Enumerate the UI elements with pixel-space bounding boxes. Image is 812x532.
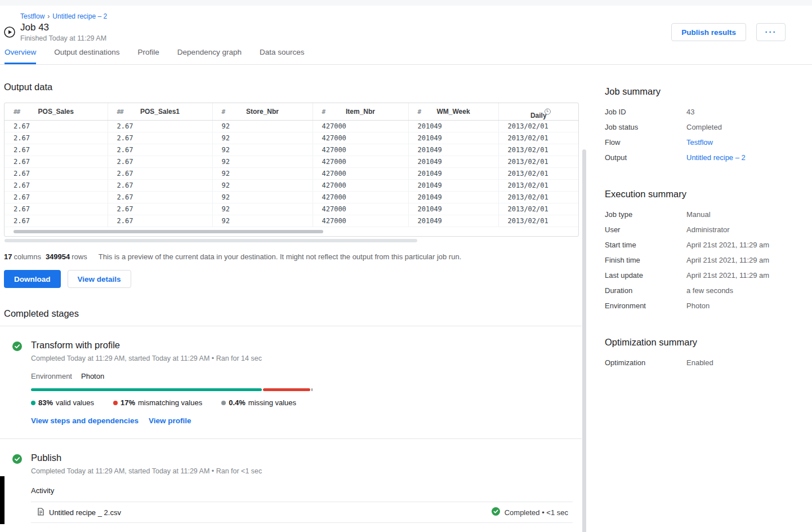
tab-profile[interactable]: Profile: [138, 48, 159, 64]
info-value-link[interactable]: Testflow: [686, 138, 713, 147]
table-cell: 2.67: [5, 215, 108, 227]
integer-type-icon: #: [418, 108, 421, 116]
info-row-user: UserAdministrator: [605, 222, 802, 237]
table-cell: 201049: [408, 144, 498, 156]
header-actions: Publish results ···: [671, 23, 786, 41]
info-row-optimization: OptimizationEnabled: [605, 355, 802, 370]
column-header-wm-week[interactable]: #WM_Week: [408, 103, 498, 121]
column-header-pos-sales[interactable]: ##POS_Sales: [5, 103, 108, 121]
legend-valid-label: valid values: [56, 398, 94, 407]
tab-overview[interactable]: Overview: [5, 48, 36, 64]
table-row: 2.672.67924270002010492013/02/01: [5, 180, 578, 192]
data-quality-bar: [31, 388, 313, 391]
datetime-type-icon: [545, 109, 551, 115]
mismatch-dot-icon: [113, 401, 118, 405]
column-header-store-nbr[interactable]: #Store_Nbr: [212, 103, 313, 121]
table-horizontal-scrollbar[interactable]: [5, 228, 578, 235]
info-label: Job ID: [605, 108, 686, 116]
stage-links: View steps and dependencies View profile: [31, 416, 582, 425]
more-actions-button[interactable]: ···: [756, 23, 786, 41]
sidebar-section-execution-summary: Execution summaryJob typeManualUserAdmin…: [605, 189, 802, 313]
legend-valid: 83% valid values: [31, 398, 94, 407]
table-cell: 2.67: [108, 156, 212, 168]
info-row-environment: EnvironmentPhoton: [605, 298, 802, 313]
activity-box: Untitled recipe _ 2.csv Completed • <1 s…: [31, 502, 573, 523]
table-cell: 427000: [313, 156, 408, 168]
legend-missing-pct: 0.4%: [229, 398, 246, 407]
table-cell: 201049: [408, 203, 498, 215]
table-cell: 2013/02/01: [498, 156, 578, 168]
info-value: April 21st 2021, 11:29 am: [686, 241, 769, 249]
tab-data-sources[interactable]: Data sources: [260, 48, 305, 64]
column-header-item-nbr[interactable]: #Item_Nbr: [313, 103, 408, 121]
info-row-duration: Durationa few seconds: [605, 283, 802, 298]
breadcrumb-flow-link[interactable]: Testflow: [20, 12, 44, 20]
output-table-body: 2.672.67924270002010492013/02/012.672.67…: [5, 121, 578, 227]
breadcrumb-separator: ›: [47, 12, 50, 20]
column-name: Store_Nbr: [213, 108, 312, 116]
job-run-icon: [3, 26, 16, 38]
info-row-start-time: Start timeApril 21st 2021, 11:29 am: [605, 237, 802, 252]
table-cell: 92: [212, 180, 313, 192]
top-strip: [0, 0, 812, 6]
quality-legend: 83% valid values 17% mismatching values …: [31, 398, 582, 407]
table-cell: 2013/02/01: [498, 192, 578, 203]
table-cell: 92: [212, 215, 313, 227]
table-cell: 2.67: [5, 156, 108, 168]
decimal-type-icon: ##: [14, 108, 20, 116]
tab-output-destinations[interactable]: Output destinations: [54, 48, 119, 64]
legend-missing-label: missing values: [248, 398, 296, 407]
table-cell: 427000: [313, 121, 408, 132]
output-data-heading: Output data: [4, 82, 582, 92]
column-name: WM_Week: [409, 108, 498, 116]
activity-row[interactable]: Untitled recipe _ 2.csv Completed • <1 s…: [31, 502, 573, 523]
table-cell: 427000: [313, 215, 408, 227]
info-label: Duration: [605, 286, 686, 295]
table-cell: 2013/02/01: [498, 168, 578, 180]
pane-horizontal-scrollbar[interactable]: [5, 239, 417, 242]
publish-results-button[interactable]: Publish results: [671, 23, 746, 41]
column-name: Item_Nbr: [314, 108, 408, 116]
tab-dependency-graph[interactable]: Dependency graph: [177, 48, 242, 64]
info-row-job-id: Job ID43: [605, 104, 802, 119]
column-header-daily[interactable]: Daily: [498, 103, 578, 121]
view-profile-link[interactable]: View profile: [149, 416, 191, 425]
table-cell: 2.67: [5, 203, 108, 215]
info-label: Job type: [605, 210, 686, 219]
table-cell: 427000: [313, 144, 408, 156]
view-steps-and-dependencies-link[interactable]: View steps and dependencies: [31, 416, 139, 425]
info-value: Manual: [686, 210, 711, 219]
environment-row: Environment Photon: [31, 372, 582, 380]
table-row: 2.672.67924270002010492013/02/01: [5, 203, 578, 215]
column-name: POS_Sales1: [109, 108, 212, 116]
legend-valid-pct: 83%: [38, 398, 53, 407]
download-button[interactable]: Download: [4, 270, 61, 288]
activity-status: Completed • <1 sec: [492, 507, 568, 517]
table-cell: 92: [212, 168, 313, 180]
table-row: 2.672.67924270002010492013/02/01: [5, 121, 578, 132]
table-cell: 2013/02/01: [498, 144, 578, 156]
main-vertical-scrollbar[interactable]: [582, 149, 586, 532]
table-cell: 2.67: [108, 132, 212, 144]
quality-bar-mismatching: [263, 388, 310, 391]
table-cell: 2013/02/01: [498, 132, 578, 144]
table-cell: 427000: [313, 192, 408, 203]
decimal-type-icon: ##: [117, 108, 123, 116]
column-header-pos-sales1[interactable]: ##POS_Sales1: [108, 103, 212, 121]
table-cell: 2.67: [5, 168, 108, 180]
preview-note: This is a preview of the current data in…: [99, 252, 462, 261]
job-sidebar: Job summaryJob ID43Job statusCompletedFl…: [605, 65, 802, 370]
info-label: Start time: [605, 241, 686, 249]
table-cell: 201049: [408, 192, 498, 203]
info-value: April 21st 2021, 11:29 am: [686, 256, 769, 264]
table-cell: 427000: [313, 203, 408, 215]
quality-bar-missing: [311, 388, 313, 391]
info-value: Completed: [686, 123, 722, 131]
info-row-flow: FlowTestflow: [605, 135, 802, 150]
breadcrumb-recipe-link[interactable]: Untitled recipe – 2: [52, 12, 107, 20]
table-cell: 2.67: [5, 132, 108, 144]
info-value-link[interactable]: Untitled recipe – 2: [686, 153, 746, 162]
columns-label: columns: [14, 252, 41, 261]
table-horizontal-scrollbar-thumb[interactable]: [14, 230, 323, 233]
view-details-button[interactable]: View details: [68, 270, 131, 288]
